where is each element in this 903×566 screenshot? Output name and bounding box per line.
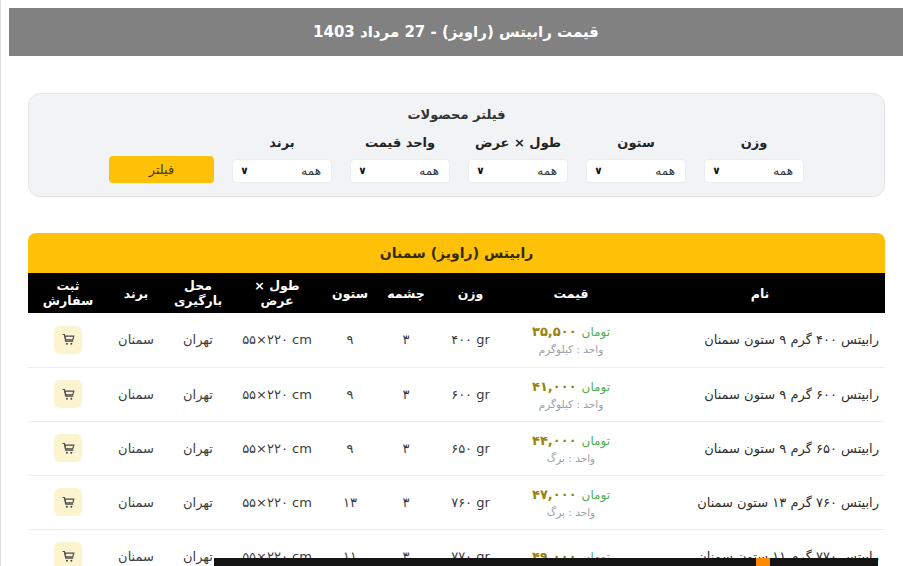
column-count-cell: ۹	[322, 313, 378, 367]
page-title: قیمت رابیتس (راویز) - 27 مرداد 1403	[313, 23, 599, 41]
cart-icon	[61, 332, 76, 347]
order-cell	[28, 367, 108, 421]
page-header: قیمت رابیتس (راویز) - 27 مرداد 1403	[9, 8, 903, 56]
brand-cell: سمنان	[108, 367, 164, 421]
weight-value: ۶۰۰ gr	[451, 387, 490, 402]
column-header-loading-location: محل بارگیری	[164, 273, 232, 313]
price-table: نامقیمتوزنچشمهستونطول × عرضمحل بارگیریبر…	[28, 273, 885, 566]
filter-select-brand[interactable]: همه	[232, 159, 332, 183]
column-count-cell: ۱۳	[322, 475, 378, 529]
price-cell: ۳۵,۵۰۰تومانواحد : کیلوگرم	[507, 313, 635, 367]
filter-group-column: ستونهمه∨	[586, 135, 686, 183]
filter-panel: فیلتر محصولات وزنهمه∨ستونهمه∨طول × عرضهم…	[28, 93, 885, 197]
price-currency: تومان	[582, 380, 610, 394]
price-value: ۴۷,۰۰۰	[532, 487, 577, 502]
price-currency: تومان	[582, 434, 610, 448]
order-cell	[28, 313, 108, 367]
table-row: رابیتس ۷۶۰ گرم ۱۳ ستون سمنان۴۷,۰۰۰تومانو…	[28, 475, 885, 529]
order-cell	[28, 475, 108, 529]
column-header-order: ثبت سفارش	[28, 273, 108, 313]
column-count-cell: ۹	[322, 367, 378, 421]
weight-cell: ۶۵۰ gr	[434, 421, 507, 475]
weight-value: ۶۵۰ gr	[451, 441, 490, 456]
filter-select-weight[interactable]: همه	[704, 159, 804, 183]
order-button[interactable]	[54, 542, 82, 566]
filter-label-column: ستون	[617, 135, 654, 150]
column-header-dimensions: طول × عرض	[232, 273, 322, 313]
order-button[interactable]	[54, 434, 82, 462]
loading-location-cell: تهران	[164, 367, 232, 421]
filter-select-column[interactable]: همه	[586, 159, 686, 183]
order-button[interactable]	[54, 380, 82, 408]
price-value: ۴۱,۰۰۰	[532, 379, 577, 394]
table-row: رابیتس ۴۰۰ گرم ۹ ستون سمنان۳۵,۵۰۰تومانوا…	[28, 313, 885, 367]
price-line: ۴۴,۰۰۰تومان	[511, 433, 631, 448]
weight-value: ۷۶۰ gr	[451, 495, 490, 510]
brand-cell: سمنان	[108, 313, 164, 367]
price-line: ۳۵,۵۰۰تومان	[511, 324, 631, 339]
price-line: ۴۱,۰۰۰تومان	[511, 379, 631, 394]
filter-select-wrap-dimensions: همه∨	[468, 159, 568, 183]
filter-group-brand: برندهمه∨	[232, 135, 332, 183]
dimensions-cell: ۵۵×۲۲۰ cm	[232, 475, 322, 529]
filter-select-wrap-price-unit: همه∨	[350, 159, 450, 183]
filter-group-weight: وزنهمه∨	[704, 135, 804, 183]
column-header-cheshmeh: چشمه	[378, 273, 434, 313]
brand-cell: سمنان	[108, 475, 164, 529]
dimensions-value: ۵۵×۲۲۰ cm	[242, 495, 312, 510]
weight-value: ۴۰۰ gr	[451, 332, 490, 347]
column-header-column: ستون	[322, 273, 378, 313]
filter-select-wrap-weight: همه∨	[704, 159, 804, 183]
filter-submit-button[interactable]: فیلتر	[109, 156, 214, 183]
price-cell: ۴۷,۰۰۰تومانواحد : برگ	[507, 475, 635, 529]
loading-location-cell: تهران	[164, 475, 232, 529]
column-header-weight: وزن	[434, 273, 507, 313]
weight-cell: ۶۰۰ gr	[434, 367, 507, 421]
cart-icon	[61, 549, 76, 564]
name-cell: رابیتس ۷۶۰ گرم ۱۳ ستون سمنان	[635, 475, 885, 529]
price-line: ۴۷,۰۰۰تومان	[511, 487, 631, 502]
column-header-name: نام	[635, 273, 885, 313]
cheshmeh-cell: ۳	[378, 421, 434, 475]
filter-select-price-unit[interactable]: همه	[350, 159, 450, 183]
column-header-brand: برند	[108, 273, 164, 313]
brand-cell: سمنان	[108, 421, 164, 475]
name-cell: رابیتس ۶۰۰ گرم ۹ ستون سمنان	[635, 367, 885, 421]
table-header-row: نامقیمتوزنچشمهستونطول × عرضمحل بارگیریبر…	[28, 273, 885, 313]
price-table-card: رابیتس (راویز) سمنان نامقیمتوزنچشمهستونط…	[28, 233, 885, 566]
price-value: ۳۵,۵۰۰	[532, 324, 577, 339]
dimensions-cell: ۵۵×۲۲۰ cm	[232, 421, 322, 475]
price-unit: واحد : برگ	[511, 452, 631, 464]
table-row: رابیتس ۶۵۰ گرم ۹ ستون سمنان۴۴,۰۰۰تومانوا…	[28, 421, 885, 475]
dimensions-value: ۵۵×۲۲۰ cm	[242, 332, 312, 347]
price-currency: تومان	[582, 488, 610, 502]
table-banner: رابیتس (راویز) سمنان	[28, 233, 885, 273]
filter-group-dimensions: طول × عرضهمه∨	[468, 135, 568, 183]
brand-cell: سمنان	[108, 529, 164, 566]
order-button[interactable]	[54, 326, 82, 354]
filter-select-dimensions[interactable]: همه	[468, 159, 568, 183]
table-row: رابیتس ۶۰۰ گرم ۹ ستون سمنان۴۱,۰۰۰تومانوا…	[28, 367, 885, 421]
weight-cell: ۴۰۰ gr	[434, 313, 507, 367]
filter-label-weight: وزن	[741, 135, 768, 150]
filter-label-brand: برند	[269, 135, 294, 150]
filter-select-wrap-column: همه∨	[586, 159, 686, 183]
dimensions-value: ۵۵×۲۲۰ cm	[242, 441, 312, 456]
price-unit: واحد : کیلوگرم	[511, 343, 631, 355]
price-unit: واحد : برگ	[511, 506, 631, 518]
price-cell: ۴۱,۰۰۰تومانواحد : کیلوگرم	[507, 367, 635, 421]
price-unit: واحد : کیلوگرم	[511, 398, 631, 410]
order-cell	[28, 421, 108, 475]
dimensions-cell: ۵۵×۲۲۰ cm	[232, 313, 322, 367]
column-header-price: قیمت	[507, 273, 635, 313]
filter-group-price-unit: واحد قیمتهمه∨	[350, 135, 450, 183]
order-cell	[28, 529, 108, 566]
weight-cell: ۷۶۰ gr	[434, 475, 507, 529]
bottom-cutoff-bar	[214, 558, 878, 566]
name-cell: رابیتس ۴۰۰ گرم ۹ ستون سمنان	[635, 313, 885, 367]
dimensions-value: ۵۵×۲۲۰ cm	[242, 387, 312, 402]
dimensions-cell: ۵۵×۲۲۰ cm	[232, 367, 322, 421]
order-button[interactable]	[54, 488, 82, 516]
column-count-cell: ۹	[322, 421, 378, 475]
filter-select-wrap-brand: همه∨	[232, 159, 332, 183]
